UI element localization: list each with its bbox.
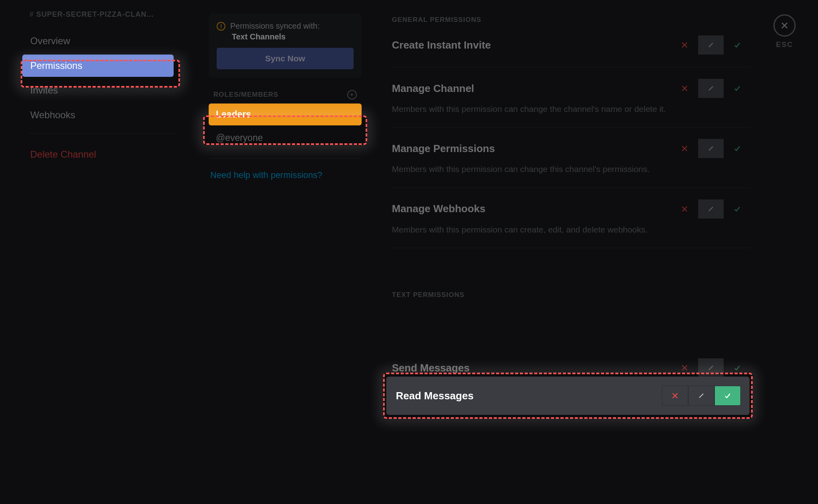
sync-text-line2: Text Channels <box>232 32 354 41</box>
section-general-permissions: GENERAL PERMISSIONS <box>392 16 750 24</box>
perm-title: Read Messages <box>396 390 474 402</box>
perm-divider <box>392 127 750 127</box>
add-role-icon[interactable]: + <box>347 90 357 100</box>
perm-manage-webhooks: Manage Webhooks <box>392 199 750 219</box>
sidebar-item-delete-channel[interactable]: Delete Channel <box>22 143 174 166</box>
perm-send-messages: Send Messages <box>392 358 750 378</box>
permissions-help-link[interactable]: Need help with permissions? <box>209 170 362 180</box>
perm-desc: Members with this permission can change … <box>392 163 726 175</box>
perm-title: Manage Webhooks <box>392 203 485 215</box>
roles-header: ROLES/MEMBERS + <box>209 90 362 104</box>
sidebar-item-webhooks[interactable]: Webhooks <box>22 104 174 126</box>
hash-icon: # <box>29 10 34 19</box>
perm-desc: Members with this permission can create,… <box>392 224 726 236</box>
sync-text-line1: Permissions synced with: <box>230 21 320 31</box>
perm-divider <box>392 248 750 248</box>
roles-divider <box>209 158 362 159</box>
warning-icon: ! <box>217 22 225 31</box>
section-text-permissions: TEXT PERMISSIONS <box>392 291 750 299</box>
sidebar-item-invites[interactable]: Invites <box>22 79 174 102</box>
role-item-everyone[interactable]: @everyone <box>209 127 362 149</box>
perm-toggle-manage-permissions[interactable] <box>671 139 750 158</box>
perm-create-instant-invite: Create Instant Invite <box>392 35 750 55</box>
perm-manage-permissions: Manage Permissions <box>392 139 750 158</box>
perm-read-messages: Read Messages <box>386 377 750 415</box>
perm-title: Manage Channel <box>392 82 474 95</box>
perm-desc: Members with this permission can change … <box>392 103 726 115</box>
perm-title: Create Instant Invite <box>392 39 491 51</box>
roles-column: ! Permissions synced with: Text Channels… <box>209 14 362 180</box>
sidebar-divider <box>29 133 174 134</box>
perm-toggle-read-messages[interactable] <box>662 386 741 406</box>
sync-now-button[interactable]: Sync Now <box>217 48 354 69</box>
perm-toggle-manage-channel[interactable] <box>671 78 750 98</box>
channel-name-text: SUPER-SECRET-PIZZA-CLAN... <box>36 10 154 19</box>
perm-toggle-manage-webhooks[interactable] <box>671 199 750 219</box>
perm-toggle-send-messages[interactable] <box>671 358 750 378</box>
roles-header-label: ROLES/MEMBERS <box>213 91 278 99</box>
perm-divider <box>392 188 750 188</box>
role-item-leaders[interactable]: Leaders <box>209 104 362 125</box>
close-settings: ESC <box>773 14 796 49</box>
channel-name-header: # SUPER-SECRET-PIZZA-CLAN... <box>22 10 182 19</box>
perm-title: Send Messages <box>392 362 470 374</box>
perm-divider <box>392 67 750 67</box>
sync-card: ! Permissions synced with: Text Channels… <box>209 14 362 78</box>
close-button[interactable] <box>773 14 796 37</box>
perm-title: Manage Permissions <box>392 143 495 155</box>
perm-manage-channel: Manage Channel <box>392 78 750 98</box>
permissions-panel: GENERAL PERMISSIONS Create Instant Invit… <box>392 16 750 418</box>
channel-settings-sidebar: # SUPER-SECRET-PIZZA-CLAN... Overview Pe… <box>22 10 182 168</box>
sidebar-item-overview[interactable]: Overview <box>22 30 174 52</box>
perm-toggle-create-invite[interactable] <box>671 35 750 55</box>
esc-label: ESC <box>773 41 796 49</box>
sidebar-item-permissions[interactable]: Permissions <box>22 55 174 77</box>
